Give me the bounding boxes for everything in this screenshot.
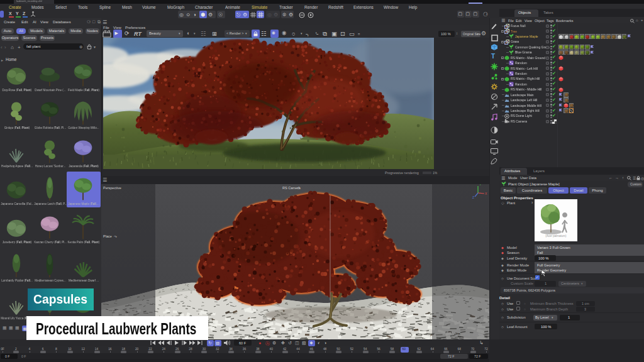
svg-text:Z: Z [472, 195, 474, 199]
svg-text:(Acer palmatum): (Acer palmatum) [545, 234, 567, 238]
